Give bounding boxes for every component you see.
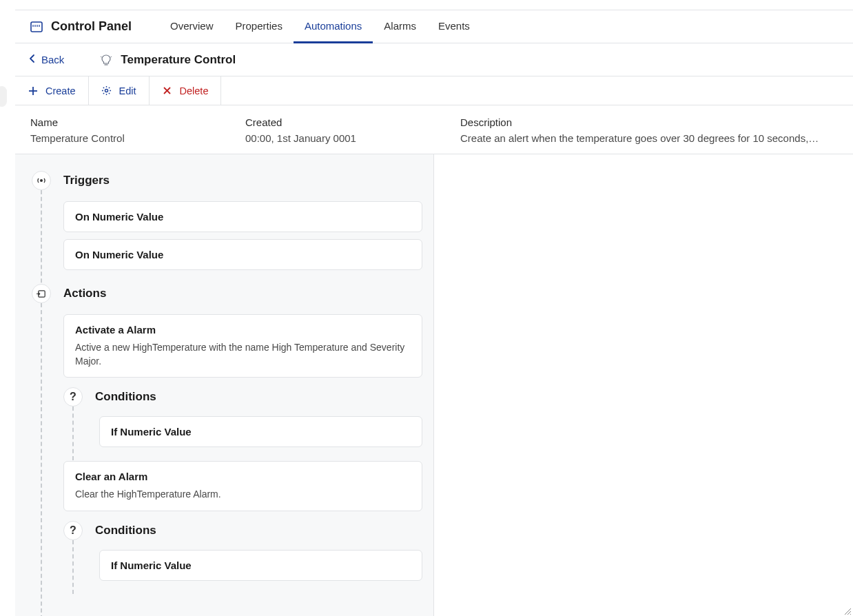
lightbulb-icon — [100, 54, 112, 66]
x-icon — [162, 85, 173, 96]
condition-card-title: If Numeric Value — [111, 426, 411, 438]
action-icon — [32, 284, 51, 303]
create-button[interactable]: Create — [15, 76, 89, 105]
plus-icon — [28, 85, 39, 96]
tab-bar: Overview Properties Automations Alarms E… — [159, 10, 481, 43]
created-label: Created — [245, 116, 460, 128]
action-card-title: Activate a Alarm — [75, 324, 411, 336]
condition-card[interactable]: If Numeric Value — [99, 416, 422, 447]
action-card[interactable]: Activate a Alarm Active a new HighTemper… — [63, 314, 422, 378]
automation-title: Temperature Control — [121, 53, 236, 67]
flow-pane: Triggers On Numeric Value On Numeric Val… — [15, 154, 434, 616]
trigger-card[interactable]: On Numeric Value — [63, 201, 422, 232]
action-card[interactable]: Clear an Alarm Clear the HighTemperature… — [63, 461, 422, 511]
edit-button[interactable]: Edit — [89, 76, 150, 105]
svg-point-10 — [105, 89, 107, 92]
triggers-section: Triggers On Numeric Value On Numeric Val… — [32, 171, 422, 270]
conditions-block: ? Conditions If Numeric Value — [63, 387, 422, 447]
action-card-title: Clear an Alarm — [75, 471, 411, 482]
chevron-left-icon — [29, 54, 36, 65]
trigger-card[interactable]: On Numeric Value — [63, 239, 422, 270]
create-label: Create — [45, 85, 76, 96]
left-drawer-handle[interactable] — [0, 86, 7, 107]
resize-handle[interactable] — [843, 606, 852, 615]
name-value: Temperature Control — [30, 132, 245, 144]
tab-automations[interactable]: Automations — [294, 10, 373, 43]
info-row: Name Temperature Control Created 00:00, … — [15, 105, 853, 154]
page-title: Control Panel — [51, 19, 132, 34]
description-label: Description — [460, 116, 838, 128]
tab-events[interactable]: Events — [427, 10, 481, 43]
gear-icon — [101, 85, 112, 96]
svg-line-17 — [850, 614, 851, 615]
header: Control Panel Overview Properties Automa… — [15, 10, 853, 43]
action-card-description: Active a new HighTemperature with the na… — [75, 341, 411, 368]
subheader: Back Temperature Control — [15, 43, 853, 76]
triggers-title: Triggers — [63, 174, 110, 187]
detail-pane — [434, 154, 853, 616]
tab-properties[interactable]: Properties — [225, 10, 294, 43]
condition-card[interactable]: If Numeric Value — [99, 550, 422, 581]
trigger-card-title: On Numeric Value — [75, 211, 411, 223]
created-value: 00:00, 1st January 0001 — [245, 132, 460, 144]
actions-title: Actions — [63, 287, 106, 300]
control-panel-icon — [29, 19, 44, 34]
trigger-card-title: On Numeric Value — [75, 249, 411, 260]
back-label: Back — [41, 54, 64, 65]
conditions-title: Conditions — [95, 524, 156, 537]
back-button[interactable]: Back — [29, 54, 64, 65]
actions-section: Actions Activate a Alarm Active a new Hi… — [32, 284, 422, 581]
broadcast-icon — [32, 171, 51, 190]
description-value: Create an alert when the temperature goe… — [460, 132, 838, 144]
toolbar: Create Edit Delete — [15, 76, 853, 105]
edit-label: Edit — [119, 85, 136, 96]
question-icon: ? — [63, 521, 83, 540]
delete-button[interactable]: Delete — [150, 76, 222, 105]
svg-line-6 — [101, 57, 102, 57]
action-card-description: Clear the HighTemperature Alarm. — [75, 488, 411, 502]
svg-line-7 — [111, 57, 112, 57]
conditions-block: ? Conditions If Numeric Value — [63, 521, 422, 581]
svg-point-13 — [40, 179, 43, 182]
svg-line-15 — [845, 608, 851, 615]
name-label: Name — [30, 116, 245, 128]
condition-card-title: If Numeric Value — [111, 559, 411, 571]
tab-overview[interactable]: Overview — [159, 10, 225, 43]
delete-label: Delete — [180, 85, 209, 96]
question-icon: ? — [63, 387, 83, 407]
tab-alarms[interactable]: Alarms — [373, 10, 427, 43]
conditions-title: Conditions — [95, 390, 156, 404]
